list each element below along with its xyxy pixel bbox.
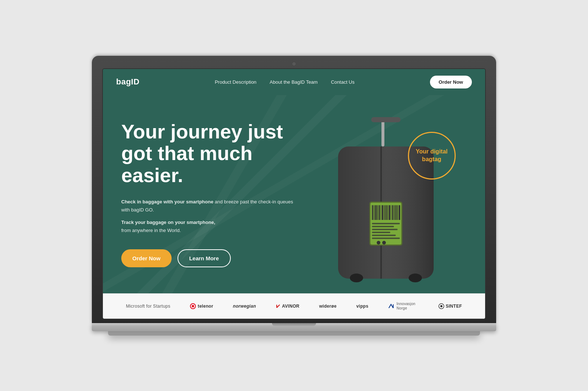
- sintef-icon: [438, 303, 444, 309]
- svg-line-36: [277, 305, 280, 308]
- svg-rect-25: [399, 205, 400, 220]
- laptop-hinge: [272, 323, 316, 326]
- svg-rect-17: [386, 205, 387, 220]
- svg-rect-28: [372, 229, 398, 230]
- svg-rect-12: [377, 205, 378, 220]
- partner-telenor: telenor: [190, 303, 213, 309]
- svg-rect-18: [387, 205, 388, 220]
- nav-contact[interactable]: Contact Us: [331, 79, 354, 85]
- partner-wideroe: widerøe: [319, 304, 336, 309]
- svg-rect-35: [192, 305, 194, 307]
- telenor-icon: [190, 303, 196, 309]
- partner-microsoft: Microsoft for Startups: [126, 304, 171, 309]
- svg-rect-24: [397, 205, 398, 220]
- svg-rect-31: [372, 238, 400, 239]
- digital-tag-text: Your digital bagtag: [409, 148, 455, 163]
- logo[interactable]: bagID: [116, 77, 140, 87]
- nav-product-description[interactable]: Product Description: [215, 79, 256, 85]
- svg-point-5: [350, 274, 363, 282]
- svg-point-32: [377, 241, 380, 245]
- svg-rect-11: [375, 205, 377, 220]
- svg-rect-22: [394, 205, 395, 220]
- nav-order-button[interactable]: Order Now: [430, 76, 472, 88]
- hero-buttons: Order Now Learn More: [121, 249, 295, 267]
- hero-content: Your journey just got that much easier. …: [103, 95, 313, 293]
- partner-vipps: vipps: [356, 304, 369, 309]
- hero-learn-button[interactable]: Learn More: [178, 249, 231, 267]
- partner-innovasjon: Innovasjon Norge: [388, 302, 419, 311]
- svg-rect-1: [371, 117, 401, 122]
- laptop-base: [92, 323, 496, 331]
- svg-rect-20: [391, 205, 391, 220]
- svg-rect-23: [395, 205, 397, 220]
- hero-desc-1: Check in baggage with your smartphone an…: [121, 198, 295, 214]
- avinor-icon: [276, 304, 281, 309]
- innovasjon-icon: [388, 303, 395, 309]
- hero-desc-2: Track your baggage on your smartphone, f…: [121, 218, 295, 235]
- hero-section: Your journey just got that much easier. …: [103, 95, 485, 293]
- svg-rect-27: [372, 226, 394, 227]
- website: bagID Product Description About the BagI…: [103, 69, 485, 319]
- laptop-screen-outer: bagID Product Description About the BagI…: [92, 56, 496, 323]
- svg-rect-26: [372, 223, 400, 224]
- laptop-screen-bezel: bagID Product Description About the BagI…: [102, 68, 486, 319]
- svg-point-6: [409, 274, 422, 282]
- svg-rect-10: [374, 205, 374, 220]
- svg-rect-19: [389, 205, 390, 220]
- laptop-container: bagID Product Description About the BagI…: [92, 56, 496, 336]
- svg-rect-30: [372, 235, 396, 236]
- svg-rect-29: [372, 232, 390, 233]
- svg-point-40: [440, 305, 442, 307]
- laptop-bottom: [108, 331, 480, 336]
- svg-rect-13: [379, 205, 380, 220]
- partner-norwegian: norwegian: [233, 304, 256, 309]
- navigation: bagID Product Description About the BagI…: [103, 69, 485, 95]
- nav-about[interactable]: About the BagID Team: [270, 79, 318, 85]
- suitcase-wrapper: Your digital bagtag: [327, 117, 445, 293]
- nav-links: Product Description About the BagID Team…: [215, 79, 354, 85]
- svg-rect-14: [381, 205, 381, 220]
- svg-rect-9: [372, 205, 373, 220]
- hero-order-button[interactable]: Order Now: [121, 249, 172, 267]
- svg-rect-15: [382, 205, 383, 220]
- laptop-camera: [293, 62, 295, 65]
- partner-innovasjon-label: Innovasjon Norge: [397, 302, 419, 311]
- svg-point-33: [382, 241, 386, 245]
- hero-image: Your digital bagtag: [286, 95, 485, 293]
- partner-sintef: SINTEF: [438, 303, 462, 309]
- svg-rect-21: [392, 205, 393, 220]
- hero-title: Your journey just got that much easier.: [121, 121, 295, 186]
- partner-telenor-label: telenor: [198, 304, 213, 309]
- svg-rect-16: [384, 205, 385, 220]
- partner-avinor-label: AVINOR: [282, 304, 300, 309]
- digital-tag-badge: Your digital bagtag: [408, 132, 456, 180]
- partner-avinor: AVINOR: [276, 304, 300, 309]
- partner-sintef-label: SINTEF: [446, 304, 462, 309]
- partners-bar: Microsoft for Startups telenor norwegian: [103, 293, 485, 319]
